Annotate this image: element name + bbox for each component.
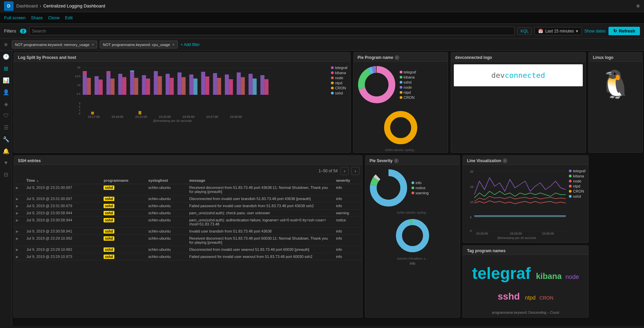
pie-program-body: telegraf kibana sshd node ntpd CRON	[354, 62, 448, 108]
sidebar-user-icon[interactable]: 👤	[2, 89, 10, 95]
expand-cell[interactable]: ▶	[14, 228, 24, 235]
col-message[interactable]: message	[187, 177, 334, 184]
sidebar-alert-icon[interactable]: 🔔	[2, 148, 10, 154]
sidebar-list-icon[interactable]: ☰	[2, 124, 10, 131]
filter-tag-text-0: NOT programname.keyword: memory_usage	[15, 43, 90, 47]
svg-point-67	[380, 179, 397, 196]
pie-severity-axis2: antoine-VirtualBox: s...	[365, 257, 460, 260]
add-filter-button[interactable]: + Add filter	[180, 42, 200, 47]
col-expand	[14, 177, 24, 184]
expand-cell[interactable]: ▶	[14, 202, 24, 210]
pie-severity-info-text: Info	[410, 262, 416, 265]
svg-rect-33	[213, 73, 217, 95]
expand-cell[interactable]: ▶	[14, 246, 24, 253]
table-row: ▶ Jul 9, 2019 @ 23:29:10.992 sshd schkn-…	[14, 235, 362, 246]
sidebar-shield-icon[interactable]: 🛡	[2, 113, 10, 119]
message-cell: Received disconnect from 51.83.73.48 por…	[187, 184, 334, 195]
program-cell: sshd	[102, 246, 146, 253]
program-cell: sshd	[102, 217, 146, 228]
pie-severity-info-row: Info	[365, 260, 460, 267]
pie-program-legend: telegraf kibana sshd node ntpd CRON	[400, 70, 416, 100]
program-cell: sshd	[102, 253, 146, 260]
filter-tag-1: NOT programname.keyword: cpu_usage ×	[100, 41, 178, 48]
chevron-down-icon: ▾	[576, 29, 578, 34]
breadcrumb-parent[interactable]: Dashboard	[16, 3, 38, 8]
fullscreen-link[interactable]: Full screen	[4, 15, 26, 20]
table-row: ▶ Jul 9, 2019 @ 23:31:00.679 sshd schkn-…	[14, 202, 362, 210]
severity-cell: info	[334, 202, 362, 210]
svg-rect-41	[260, 75, 264, 95]
devconnected-panel: devconnected logo devconnected	[451, 52, 586, 153]
sidebar-home-icon[interactable]: ⊞	[2, 65, 10, 72]
col-severity[interactable]: severity	[334, 177, 362, 184]
message-cell: Disconnected from invalid user brandish …	[187, 195, 334, 202]
filter-tag-remove-0[interactable]: ×	[92, 42, 94, 47]
time-picker[interactable]: 📅 Last 15 minutes ▾	[534, 27, 582, 35]
prev-page-button[interactable]: ‹	[340, 167, 349, 175]
bottom-panels-row: SSH entries 1–50 of 54 ‹ › Time ▲ progra…	[12, 154, 644, 319]
clone-link[interactable]: Clone	[48, 15, 60, 20]
expand-cell[interactable]: ▶	[14, 195, 24, 202]
calendar-icon: 📅	[538, 29, 543, 34]
sidebar-heart-icon[interactable]: ♥	[2, 160, 10, 166]
time-cell: Jul 9, 2019 @ 23:31:00.697	[24, 184, 102, 195]
filter-settings-icon[interactable]: ⚙	[4, 42, 8, 47]
col-sysloghost[interactable]: sysloghost	[146, 177, 187, 184]
col-time[interactable]: Time ▲	[24, 177, 102, 184]
pie-severity-info-icon[interactable]: i	[394, 158, 399, 163]
svg-rect-31	[201, 72, 205, 95]
left-sidebar: 🕐 ⊞ 📊 👤 ◈ 🛡 ☰ 🔧 🔔 ♥ ⊟	[0, 51, 12, 326]
expand-cell[interactable]: ▶	[14, 184, 24, 195]
line-viz-chart: 20 15 10 5 0	[466, 168, 568, 235]
expand-cell[interactable]: ▶	[14, 235, 24, 246]
svg-rect-9	[83, 71, 87, 74]
severity-cell: info	[334, 235, 362, 246]
pie-severity-legend: info notice warning	[412, 181, 429, 195]
sidebar-tools-icon[interactable]: 🔧	[2, 136, 10, 143]
filter-tag-remove-1[interactable]: ×	[172, 42, 175, 47]
svg-rect-8	[83, 74, 87, 95]
expand-cell[interactable]: ▶	[14, 253, 24, 260]
svg-rect-47	[91, 112, 94, 114]
tag-sshd: sshd	[498, 291, 520, 302]
col-programname[interactable]: programname	[102, 177, 146, 184]
right-spacer	[590, 154, 644, 319]
severity-cell: info	[334, 195, 362, 202]
svg-text:10: 10	[77, 84, 81, 87]
svg-point-60	[368, 76, 385, 93]
svg-text:23:21:00: 23:21:00	[135, 115, 147, 118]
search-input[interactable]	[29, 27, 515, 35]
svg-text:15: 15	[470, 185, 473, 189]
kql-button[interactable]: KQL	[517, 27, 532, 35]
settings-icon[interactable]: ⚙	[636, 4, 640, 8]
refresh-button[interactable]: ↻ Refresh	[608, 27, 640, 35]
ssh-entries-header: SSH entries	[14, 156, 362, 165]
sidebar-clock-icon[interactable]: 🕐	[2, 53, 10, 60]
host-cell: schkn-ubuntu	[146, 210, 187, 217]
svg-rect-12	[98, 80, 103, 95]
show-dates-button[interactable]: Show dates	[584, 29, 606, 34]
ssh-table-scroll[interactable]: Time ▲ programname sysloghost message se…	[14, 177, 362, 260]
tag-node: node	[565, 274, 579, 280]
message-cell: Failed password for invalid user brandis…	[187, 202, 334, 210]
pie-program-info-icon[interactable]: i	[395, 55, 399, 60]
sidebar-chart-icon[interactable]: 📊	[2, 77, 10, 84]
next-page-button[interactable]: ›	[351, 167, 359, 175]
svg-rect-29	[189, 74, 193, 95]
edit-link[interactable]: Edit	[65, 15, 72, 20]
table-row: ▶ Jul 9, 2019 @ 23:30:58.944 sshd schkn-…	[14, 210, 362, 217]
expand-cell[interactable]: ▶	[14, 210, 24, 217]
svg-rect-40	[252, 79, 257, 95]
line-viz-info-icon[interactable]: i	[503, 158, 507, 163]
svg-rect-42	[264, 79, 268, 95]
host-cell: schkn-ubuntu	[146, 217, 187, 228]
svg-rect-34	[217, 78, 221, 95]
sidebar-layers-icon[interactable]: ◈	[2, 101, 10, 107]
share-link[interactable]: Share	[31, 15, 43, 20]
expand-cell[interactable]: ▶	[14, 217, 24, 228]
program-cell: sshd	[102, 228, 146, 235]
severity-cell: notice	[334, 217, 362, 228]
svg-text:23:25:00: 23:25:00	[182, 115, 194, 118]
svg-rect-13	[106, 73, 110, 95]
sidebar-toggle-icon[interactable]: ⊟	[2, 171, 10, 178]
